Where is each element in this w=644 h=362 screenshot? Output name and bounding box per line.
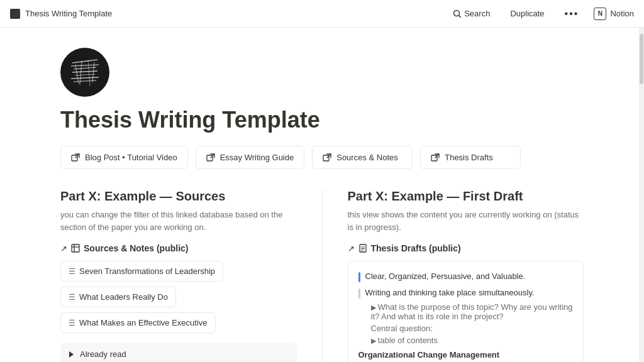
svg-line-2 [72, 60, 97, 63]
already-read-section: Already read Sources & Notes (public) [60, 343, 297, 362]
db-header-left: ↗ Sources & Notes (public) [60, 243, 297, 253]
quicklink-sources-notes[interactable]: Sources & Notes [312, 146, 413, 169]
draft-line-3: Central question: [358, 324, 574, 333]
quicklink-sources-label: Sources & Notes [336, 153, 398, 162]
topbar-left: Thesis Writing Template [10, 9, 112, 19]
external-link-icon-4 [431, 153, 440, 162]
gray-bar-1 [358, 288, 360, 299]
doc-card-label-1: What Leaders Really Do [79, 292, 168, 302]
draft-content-box: Clear, Organized, Persuasive, and Valuab… [348, 261, 584, 362]
draft-line-5: Organizational Change Management [358, 349, 574, 361]
quicklink-thesis-drafts[interactable]: Thesis Drafts [420, 146, 521, 169]
topbar: Thesis Writing Template Search Duplicate… [0, 0, 644, 28]
draft-text-1: Writing and thinking take place simultan… [365, 287, 535, 299]
page-icon-right [358, 244, 367, 253]
page-title: Thesis Writing Template [0, 102, 644, 146]
logo-svg [66, 53, 104, 91]
quicklink-essay-label: Essay Writing Guide [220, 153, 294, 162]
logo-section [0, 28, 644, 102]
right-section-title: Part X: Example — First Draft [348, 189, 584, 204]
svg-line-7 [71, 77, 99, 79]
draft-line-0: Clear, Organized, Persuasive, and Valuab… [358, 270, 574, 283]
svg-line-4 [74, 67, 96, 69]
quicklink-essay-guide[interactable]: Essay Writing Guide [196, 146, 305, 169]
notion-branding: N Notion [594, 8, 634, 20]
doc-card-0[interactable]: ☰ Seven Transformations of Leadership [60, 261, 223, 282]
doc-card-label-0: Seven Transformations of Leadership [79, 266, 215, 276]
main-columns: Part X: Example — Sources you can change… [0, 189, 644, 362]
external-link-icon-2 [206, 153, 215, 162]
draft-text-2: What is the purpose of this topic? Why a… [371, 302, 573, 321]
right-column: Part X: Example — First Draft this view … [323, 189, 584, 362]
page-favicon [10, 9, 20, 19]
already-read-label: Already read [80, 349, 126, 359]
collapse-icon [69, 351, 74, 358]
draft-text-4: table of contents [378, 336, 438, 345]
duplicate-button[interactable]: Duplicate [505, 6, 549, 21]
duplicate-label: Duplicate [510, 9, 544, 18]
svg-rect-16 [431, 155, 437, 161]
main-content: Thesis Writing Template Blog Post • Tuto… [0, 28, 644, 362]
db-header-right: ↗ Thesis Drafts (public) [348, 243, 584, 253]
svg-line-11 [88, 60, 90, 86]
scrollbar-thumb [640, 34, 643, 84]
draft-text-3: Central question: [371, 324, 433, 333]
arrow-icon-4: ▶ [371, 337, 378, 344]
quicklink-blog-label: Blog Post • Tutorial Video [85, 153, 177, 162]
draft-line-1: Writing and thinking take place simultan… [358, 287, 574, 299]
doc-icon-0: ☰ [69, 267, 75, 276]
table-icon [71, 244, 80, 253]
search-label: Search [464, 9, 490, 18]
external-link-icon-3 [323, 153, 331, 162]
doc-card-label-2: What Makes an Effective Executive [79, 318, 208, 327]
doc-card-1[interactable]: ☰ What Leaders Really Do [60, 287, 176, 307]
draft-line-4: ▶ table of contents [358, 336, 574, 345]
notion-icon: N [594, 8, 606, 20]
doc-card-2[interactable]: ☰ What Makes an Effective Executive [60, 312, 216, 333]
link-icon: ↗ [60, 244, 67, 253]
topbar-right: Search Duplicate ••• N Notion [448, 6, 634, 22]
svg-rect-14 [207, 155, 213, 161]
db-title-left: Sources & Notes (public) [84, 243, 188, 253]
svg-line-6 [75, 74, 95, 75]
scrollbar[interactable] [639, 28, 644, 362]
quicklink-blog-post[interactable]: Blog Post • Tutorial Video [60, 146, 188, 169]
draft-line-2: ▶ What is the purpose of this topic? Why… [358, 302, 574, 321]
link-icon-right: ↗ [348, 244, 355, 253]
draft-text-0: Clear, Organized, Persuasive, and Valuab… [365, 270, 526, 283]
svg-line-9 [75, 65, 79, 84]
dots-icon: ••• [565, 8, 579, 19]
draft-text-5: Organizational Change Management [358, 349, 500, 361]
doc-icon-1: ☰ [69, 293, 75, 302]
left-section-desc: you can change the filter of this linked… [60, 209, 297, 233]
svg-line-1 [459, 15, 461, 17]
svg-rect-15 [323, 155, 329, 161]
db-title-right: Thesis Drafts (public) [371, 243, 461, 253]
search-button[interactable]: Search [448, 6, 495, 21]
notion-label: Notion [610, 9, 634, 18]
left-column: Part X: Example — Sources you can change… [60, 189, 323, 362]
external-link-icon [71, 153, 80, 162]
more-options-button[interactable]: ••• [560, 6, 584, 22]
quicklink-thesis-label: Thesis Drafts [445, 153, 493, 162]
already-read-toggle[interactable]: Already read [69, 349, 288, 359]
svg-rect-17 [72, 244, 79, 252]
right-section-desc: this view shows the content you are curr… [348, 209, 584, 233]
doc-cards-grid: ☰ Seven Transformations of Leadership ☰ … [60, 261, 297, 333]
blue-bar-0 [358, 272, 360, 282]
page-logo [60, 48, 109, 97]
search-icon [453, 9, 462, 18]
svg-rect-13 [72, 155, 77, 161]
doc-icon-2: ☰ [69, 319, 75, 327]
topbar-title: Thesis Writing Template [25, 9, 112, 18]
quicklinks-row: Blog Post • Tutorial Video Essay Writing… [0, 146, 644, 189]
arrow-icon-2: ▶ [371, 304, 378, 311]
left-section-title: Part X: Example — Sources [60, 189, 297, 204]
